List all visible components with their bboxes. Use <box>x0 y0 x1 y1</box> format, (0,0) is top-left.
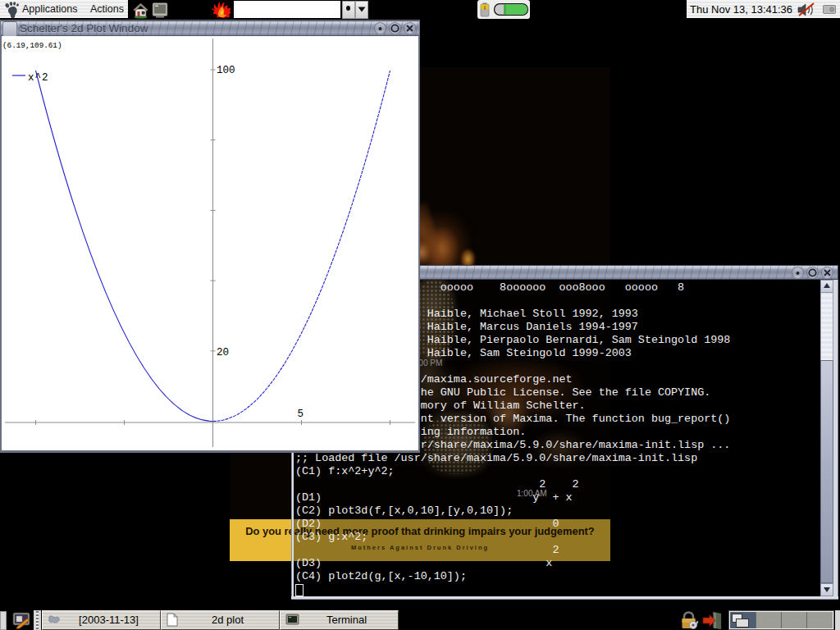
svg-text:100: 100 <box>217 65 235 76</box>
svg-text:x^2: x^2 <box>28 72 49 84</box>
svg-text:20: 20 <box>217 347 229 358</box>
svg-text:5: 5 <box>298 409 304 420</box>
